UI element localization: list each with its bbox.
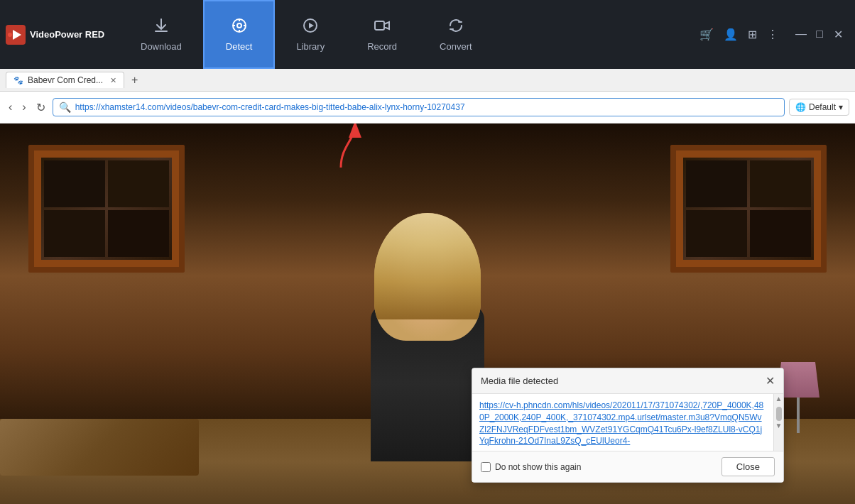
convert-label: Convert <box>440 41 472 52</box>
search-icon: 🔍 <box>59 102 71 113</box>
do-not-show-label: Do not show this again <box>495 462 581 472</box>
media-url-link[interactable]: https://cv-h.phncdn.com/hls/videos/20201… <box>479 400 766 447</box>
close-button[interactable]: ✕ <box>832 28 844 41</box>
do-not-show-wrapper: Do not show this again <box>481 462 581 472</box>
tab-record[interactable]: Record <box>346 0 418 69</box>
popup-title: Media file detected <box>481 376 558 386</box>
window-controls: — □ ✕ <box>795 28 844 41</box>
browser-tab-active[interactable]: 🐾 Babevr Com Cred... ✕ <box>6 72 124 88</box>
more-icon[interactable]: ⋮ <box>767 28 778 41</box>
tab-favicon: 🐾 <box>13 76 23 85</box>
scroll-down-arrow[interactable]: ▼ <box>775 422 783 429</box>
nav-controls: ‹ › ↻ <box>6 98 48 117</box>
media-popup: Media file detected ✕ https://cv-h.phncd… <box>472 368 784 483</box>
couch-cushion-left <box>0 419 199 476</box>
tab-convert[interactable]: Convert <box>418 0 494 69</box>
popup-scrollbar: ▲ ▼ <box>773 394 783 451</box>
window-left <box>28 145 185 273</box>
browser-tab-strip: 🐾 Babevr Com Cred... ✕ + <box>0 69 855 92</box>
titlebar-controls: 🛒 👤 ⊞ ⋮ — □ ✕ <box>699 28 849 41</box>
scroll-thumb[interactable] <box>776 407 782 421</box>
arrow-indicator <box>320 124 362 175</box>
back-button[interactable]: ‹ <box>6 98 15 116</box>
detect-icon <box>231 17 248 38</box>
detect-label: Detect <box>226 41 253 52</box>
tab-title: Babevr Com Cred... <box>28 75 103 85</box>
popup-close-btn[interactable]: Close <box>721 457 775 476</box>
lamp <box>784 362 812 433</box>
scroll-up-arrow[interactable]: ▲ <box>775 395 783 402</box>
new-tab-button[interactable]: + <box>127 74 142 87</box>
library-label: Library <box>296 41 325 52</box>
svg-rect-11 <box>375 21 384 30</box>
svg-marker-10 <box>309 23 314 28</box>
grid-icon[interactable]: ⊞ <box>748 28 757 41</box>
app-title-text: VideoPower RED <box>30 29 104 40</box>
engine-label: Default <box>809 102 836 112</box>
address-input[interactable] <box>75 102 778 112</box>
content-area: Media file detected ✕ https://cv-h.phncd… <box>0 124 855 504</box>
tab-download[interactable]: Download <box>119 0 203 69</box>
download-icon <box>153 17 170 38</box>
library-icon <box>302 17 319 38</box>
reload-button[interactable]: ↻ <box>33 98 48 117</box>
popup-text-area: https://cv-h.phncdn.com/hls/videos/20201… <box>472 394 773 451</box>
engine-chevron-icon: ▾ <box>839 102 843 112</box>
svg-point-2 <box>8 33 12 37</box>
cart-icon[interactable]: 🛒 <box>699 28 714 41</box>
title-bar: VideoPower RED Download <box>0 0 855 69</box>
svg-marker-12 <box>384 22 389 29</box>
tab-close-button[interactable]: ✕ <box>110 76 116 85</box>
app-logo-icon <box>6 25 26 45</box>
app-logo: VideoPower RED <box>6 25 105 45</box>
arrow-svg <box>320 124 362 175</box>
record-label: Record <box>367 41 397 52</box>
minimize-button[interactable]: — <box>795 28 807 41</box>
forward-button[interactable]: › <box>19 98 28 116</box>
window-right <box>670 145 827 273</box>
popup-header: Media file detected ✕ <box>472 368 783 394</box>
tab-library[interactable]: Library <box>275 0 346 69</box>
engine-globe-icon: 🌐 <box>795 102 806 112</box>
user-icon[interactable]: 👤 <box>724 28 738 41</box>
address-bar-wrapper: 🔍 <box>53 98 785 116</box>
record-icon <box>374 17 391 38</box>
do-not-show-checkbox[interactable] <box>481 462 491 472</box>
convert-icon <box>447 17 464 38</box>
browser-nav-bar: ‹ › ↻ 🔍 🌐 Default ▾ <box>0 92 855 124</box>
popup-content: https://cv-h.phncdn.com/hls/videos/20201… <box>472 394 783 451</box>
tab-detect[interactable]: Detect <box>203 0 276 69</box>
popup-footer: Do not show this again Close <box>472 451 783 482</box>
browser-engine-selector[interactable]: 🌐 Default ▾ <box>789 99 849 116</box>
nav-tabs: Download Detect <box>119 0 699 69</box>
download-label: Download <box>141 41 182 52</box>
popup-close-button[interactable]: ✕ <box>766 374 775 388</box>
maximize-button[interactable]: □ <box>814 28 825 41</box>
svg-point-4 <box>237 23 241 28</box>
